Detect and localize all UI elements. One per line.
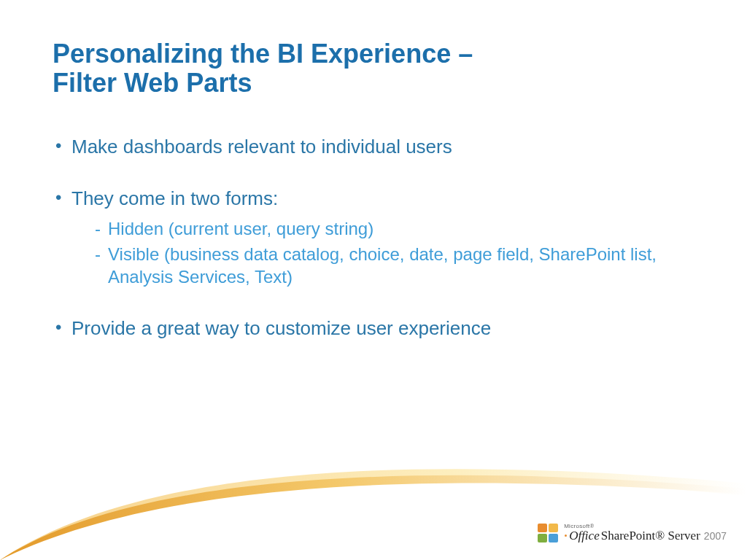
office-logo-icon <box>538 524 558 542</box>
bullet-item: They come in two forms: Hidden (current … <box>53 187 703 289</box>
logo-square <box>538 524 547 532</box>
sub-bullet-list: Hidden (current user, query string) Visi… <box>71 217 703 289</box>
slide: Personalizing the BI Experience – Filter… <box>0 0 747 560</box>
sub-bullet-text: Hidden (current user, query string) <box>108 219 374 238</box>
bullet-item: Provide a great way to customize user ex… <box>53 316 703 341</box>
bullet-text: Provide a great way to customize user ex… <box>71 317 491 339</box>
logo-year: 2007 <box>704 531 727 541</box>
bullet-item: Make dashboards relevant to individual u… <box>53 135 703 159</box>
logo-text-block: Microsoft® Office SharePoint® Server 200… <box>564 524 727 542</box>
sub-bullet-item: Hidden (current user, query string) <box>71 217 703 240</box>
title-line-1: Personalizing the BI Experience – <box>53 39 703 69</box>
logo-brand: Office <box>569 529 600 542</box>
bullet-text: Make dashboards relevant to individual u… <box>71 136 452 158</box>
logo-product: SharePoint® Server <box>601 529 700 542</box>
logo-dot-icon <box>565 534 567 537</box>
logo-square <box>549 534 558 542</box>
slide-title: Personalizing the BI Experience – Filter… <box>53 39 703 97</box>
sub-bullet-item: Visible (business data catalog, choice, … <box>71 243 703 288</box>
logo-square <box>538 534 547 542</box>
product-logo: Microsoft® Office SharePoint® Server 200… <box>538 524 727 542</box>
logo-main-line: Office SharePoint® Server 2007 <box>564 529 727 542</box>
decorative-swoosh <box>0 443 747 560</box>
slide-content: Make dashboards relevant to individual u… <box>53 135 703 368</box>
logo-square <box>549 524 558 532</box>
bullet-list: Make dashboards relevant to individual u… <box>53 135 703 340</box>
title-line-2: Filter Web Parts <box>53 69 703 98</box>
sub-bullet-text: Visible (business data catalog, choice, … <box>108 244 657 287</box>
bullet-text: They come in two forms: <box>71 187 278 209</box>
